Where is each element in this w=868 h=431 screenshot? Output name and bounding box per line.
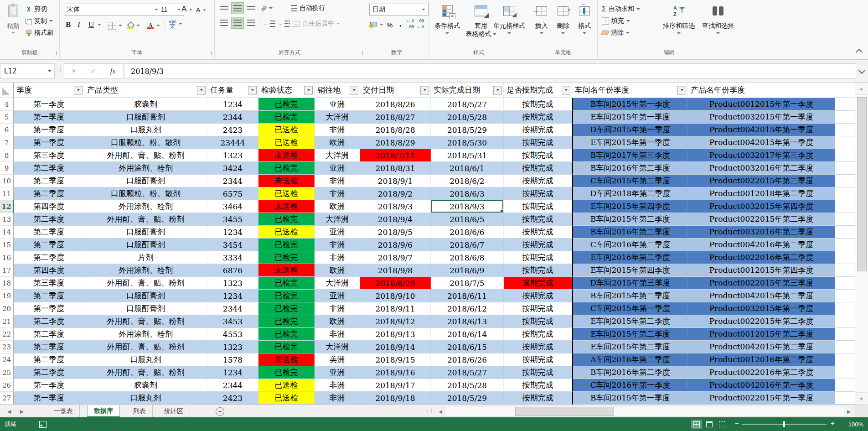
sheet-tab-4[interactable]: 统计区 — [158, 405, 190, 418]
cell-due-date[interactable]: 2018/8/31 — [360, 162, 431, 175]
cell-product-type[interactable]: 口服丸剂 — [84, 353, 207, 366]
cell-product-name[interactable]: Product0042015年第一季度 — [688, 136, 835, 149]
cell-due-date[interactable]: 2018/9/7 — [360, 251, 431, 264]
zoom-out-button[interactable]: − — [735, 419, 739, 427]
cell-due-date[interactable]: 2018/9/8 — [360, 264, 431, 277]
cell-ontime[interactable]: 按期完成 — [504, 264, 572, 277]
cell-product-name[interactable]: Product0012016年第二季度 — [688, 353, 835, 366]
cell-filler[interactable] — [835, 315, 855, 328]
cell-actual-date[interactable]: 2018/6/1 — [431, 162, 504, 175]
cell-filler[interactable] — [835, 328, 855, 341]
insert-function-icon[interactable]: fx — [110, 67, 116, 75]
cell-actual-date[interactable]: 2018/6/12 — [431, 302, 504, 315]
row-number-12[interactable]: 12 — [0, 200, 14, 213]
cell-filler[interactable] — [835, 149, 855, 162]
cell-task-qty[interactable]: 1323 — [207, 149, 258, 162]
format-painter-button[interactable]: 格式刷 — [26, 27, 53, 38]
cell-task-qty[interactable]: 1234 — [207, 366, 258, 379]
cell-quarter[interactable]: 第三季度 — [14, 277, 84, 290]
cell-inspect-status[interactable]: 已检完 — [258, 290, 315, 302]
row-number-4[interactable]: 4 — [0, 98, 14, 111]
cell-workshop[interactable]: C车间2016年第一季度 — [572, 379, 688, 392]
decrease-indent-button[interactable]: ← — [263, 18, 275, 29]
cell-product-name[interactable]: Product0042015年第二季度 — [688, 341, 835, 353]
cell-ontime[interactable]: 按期完成 — [504, 98, 572, 111]
cell-actual-date[interactable]: 2018/6/26 — [431, 353, 504, 366]
cell-ontime[interactable]: 按期完成 — [504, 136, 572, 149]
column-header-ontime[interactable]: 是否按期完成 — [504, 83, 572, 98]
cell-filler[interactable] — [835, 353, 855, 366]
sheet-tab-1[interactable]: 一览表 — [47, 405, 80, 418]
cell-inspect-status[interactable]: 已送检 — [258, 124, 315, 136]
row-number-18[interactable]: 18 — [0, 277, 14, 290]
cell-quarter[interactable]: 第一季度 — [14, 392, 84, 405]
cell-filler[interactable] — [835, 136, 855, 149]
cell-inspect-status[interactable]: 已检完 — [258, 162, 315, 175]
cell-filler[interactable] — [835, 379, 855, 392]
bold-button[interactable]: B — [66, 19, 71, 30]
cell-due-date[interactable]: 2018/9/13 — [360, 328, 431, 341]
vertical-scrollbar[interactable]: ▲ ▼ — [855, 83, 868, 405]
row-number-25[interactable]: 25 — [0, 366, 14, 379]
font-dialog-launcher[interactable] — [208, 51, 212, 55]
vertical-scroll-thumb[interactable] — [857, 97, 867, 271]
cell-filler[interactable] — [835, 124, 855, 136]
row-number-9[interactable]: 9 — [0, 162, 14, 175]
cell-inspect-status[interactable]: 已送检 — [258, 226, 315, 239]
cell-filler[interactable] — [835, 213, 855, 226]
cell-actual-date[interactable]: 2018/6/15 — [431, 341, 504, 353]
cell-quarter[interactable]: 第二季度 — [14, 290, 84, 302]
cell-product-type[interactable]: 口服丸剂 — [84, 392, 207, 405]
cell-quarter[interactable]: 第二季度 — [14, 366, 84, 379]
cell-filler[interactable] — [835, 251, 855, 264]
cell-workshop[interactable]: E车间2015年第四季度 — [572, 200, 688, 213]
row-number-19[interactable]: 19 — [0, 290, 14, 302]
cell-ontime[interactable]: 按期完成 — [504, 111, 572, 124]
cell-due-date[interactable]: 2018/9/14 — [360, 341, 431, 353]
cell-product-name[interactable]: Product0022015年第一季度 — [688, 392, 835, 405]
row-number-16[interactable]: 16 — [0, 251, 14, 264]
alignment-dialog-launcher[interactable] — [358, 51, 362, 55]
normal-view-button[interactable] — [691, 420, 702, 429]
cell-destination[interactable]: 大洋洲 — [315, 277, 360, 290]
column-header-product_name[interactable]: 产品名年份季度 — [688, 83, 835, 98]
cell-filler[interactable] — [835, 277, 855, 290]
cell-due-date[interactable]: 2018/9/2 — [360, 187, 431, 200]
cell-task-qty[interactable]: 2344 — [207, 379, 258, 392]
filter-button-dest[interactable] — [350, 86, 358, 94]
cell-destination[interactable]: 美洲 — [315, 353, 360, 366]
cell-destination[interactable]: 非洲 — [315, 187, 360, 200]
cell-ontime[interactable]: 按期完成 — [504, 187, 572, 200]
align-middle-button[interactable] — [232, 3, 243, 14]
cell-filler[interactable] — [835, 175, 855, 187]
filter-button-workshop[interactable] — [677, 86, 686, 94]
cell-product-type[interactable]: 胶囊剂 — [84, 379, 207, 392]
filter-button-product[interactable] — [197, 86, 206, 94]
cell-inspect-status[interactable]: 未送检 — [258, 353, 315, 366]
cell-quarter[interactable]: 第二季度 — [14, 341, 84, 353]
cell-filler[interactable] — [835, 302, 855, 315]
cell-ontime[interactable]: 按期完成 — [504, 251, 572, 264]
cell-ontime[interactable]: 按期完成 — [504, 175, 572, 187]
cell-task-qty[interactable]: 3334 — [207, 251, 258, 264]
row-number-15[interactable]: 15 — [0, 239, 14, 251]
cell-workshop[interactable]: A车间2016年第二季度 — [572, 353, 688, 366]
cell-destination[interactable]: 非洲 — [315, 379, 360, 392]
cell-workshop[interactable]: B车间2015年第二季度 — [572, 213, 688, 226]
cell-workshop[interactable]: D车间2018年第二季度 — [572, 187, 688, 200]
cell-actual-date[interactable]: 2018/6/8 — [431, 251, 504, 264]
cell-workshop[interactable]: B车间2017年第三季度 — [572, 149, 688, 162]
cell-workshop[interactable]: C车间2015年第一季度 — [572, 302, 688, 315]
cell-quarter[interactable]: 第二季度 — [14, 175, 84, 187]
cell-quarter[interactable]: 第一季度 — [14, 98, 84, 111]
accounting-format-button[interactable] — [369, 19, 383, 30]
cell-workshop[interactable]: E车间2015年第一季度 — [572, 136, 688, 149]
cell-ontime[interactable]: 按期完成 — [504, 328, 572, 341]
cell-inspect-status[interactable]: 未送检 — [258, 175, 315, 187]
cell-product-type[interactable]: 口服酊膏剂 — [84, 111, 207, 124]
cell-actual-date[interactable]: 2018/5/29 — [431, 124, 504, 136]
number-format-combo[interactable]: 日期 — [369, 4, 429, 16]
cell-due-date[interactable]: 2018/9/12 — [360, 315, 431, 328]
cell-task-qty[interactable]: 1234 — [207, 98, 258, 111]
cell-quarter[interactable]: 第二季度 — [14, 315, 84, 328]
